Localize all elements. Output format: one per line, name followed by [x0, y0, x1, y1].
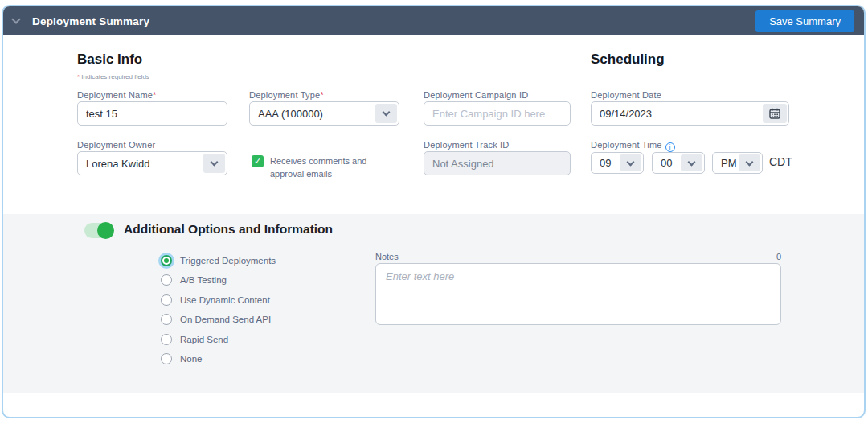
chevron-down-icon[interactable]	[681, 154, 702, 171]
deployment-owner-value: Lorena Kwidd	[86, 158, 150, 170]
time-hour-select[interactable]: 09	[591, 152, 644, 174]
calendar-icon[interactable]	[763, 104, 787, 123]
deployment-date-label: Deployment Date	[591, 90, 661, 100]
deployment-owner-label: Deployment Owner	[77, 140, 155, 150]
time-minute-value: 00	[661, 157, 672, 169]
deployment-name-label: Deployment Name*	[77, 90, 157, 100]
deployment-owner-select[interactable]: Lorena Kwidd	[77, 151, 227, 175]
time-hour-value: 09	[600, 157, 611, 169]
deployment-type-select[interactable]: AAA (100000)	[249, 101, 399, 126]
time-meridiem-value: PM	[721, 157, 737, 169]
receives-comments-checkbox-row[interactable]: Receives comments and approval emails	[252, 155, 400, 181]
deployment-campaign-id-label: Deployment Campaign ID	[424, 90, 528, 100]
time-minute-select[interactable]: 00	[652, 152, 705, 174]
radio-option-triggered-deployments[interactable]: Triggered Deployments	[161, 254, 276, 266]
radio-option-use-dynamic-content[interactable]: Use Dynamic Content	[161, 294, 276, 306]
radio-icon[interactable]	[161, 314, 172, 325]
deployment-date-input[interactable]: 09/14/2023	[591, 101, 789, 126]
chevron-down-icon[interactable]	[375, 104, 397, 123]
panel-header: Deployment Summary Save Summary	[3, 6, 864, 35]
toggle-knob[interactable]	[97, 222, 114, 239]
info-icon[interactable]: i	[665, 142, 675, 152]
chevron-down-icon[interactable]	[203, 154, 225, 173]
deployment-type-value: AAA (100000)	[258, 108, 323, 120]
deployment-option-radio-group: Triggered Deployments A/B Testing Use Dy…	[161, 254, 276, 365]
notes-char-count: 0	[375, 252, 781, 261]
radio-icon[interactable]	[161, 274, 172, 286]
radio-icon[interactable]	[161, 353, 172, 364]
deployment-summary-panel: Deployment Summary Save Summary Basic In…	[2, 5, 866, 418]
radio-option-label: None	[180, 354, 203, 364]
receives-comments-label: Receives comments and approval emails	[270, 155, 400, 181]
radio-icon[interactable]	[161, 334, 172, 345]
time-meridiem-select[interactable]: PM	[712, 152, 763, 174]
radio-option-label: On Demand Send API	[180, 315, 271, 324]
chevron-down-icon[interactable]	[620, 154, 641, 171]
additional-options-heading: Additional Options and Information	[124, 222, 333, 237]
basic-info-heading: Basic Info	[77, 51, 142, 68]
radio-icon[interactable]	[161, 294, 172, 306]
radio-selected-icon[interactable]	[161, 255, 172, 266]
deployment-name-input[interactable]	[77, 101, 227, 126]
radio-option-rapid-send[interactable]: Rapid Send	[161, 333, 276, 345]
deployment-date-value: 09/14/2023	[600, 108, 652, 120]
radio-option-label: A/B Testing	[180, 275, 227, 285]
scheduling-heading: Scheduling	[591, 51, 665, 68]
deployment-time-label: Deployment Timei	[591, 140, 675, 152]
radio-option-label: Rapid Send	[180, 335, 228, 344]
radio-option-label: Triggered Deployments	[180, 256, 276, 266]
additional-options-toggle[interactable]	[84, 223, 113, 238]
deployment-track-id-label: Deployment Track ID	[424, 140, 510, 150]
radio-option-on-demand-send-api[interactable]: On Demand Send API	[161, 314, 276, 326]
deployment-campaign-id-input[interactable]	[424, 101, 571, 126]
radio-option-ab-testing[interactable]: A/B Testing	[161, 274, 276, 286]
chevron-down-icon[interactable]	[739, 154, 760, 171]
deployment-type-label: Deployment Type*	[249, 90, 324, 100]
timezone-label: CDT	[769, 155, 792, 168]
save-summary-button[interactable]: Save Summary	[755, 10, 854, 32]
collapse-chevron-icon[interactable]	[11, 14, 20, 23]
checkbox-checked-icon[interactable]	[252, 155, 264, 167]
deployment-track-id-input	[424, 151, 571, 175]
panel-title: Deployment Summary	[32, 15, 149, 27]
radio-option-label: Use Dynamic Content	[180, 295, 270, 305]
radio-option-none[interactable]: None	[161, 353, 276, 365]
required-note-text: Indicates required fields	[80, 73, 149, 80]
required-fields-note: * Indicates required fields	[77, 73, 149, 80]
notes-textarea[interactable]	[375, 263, 781, 325]
